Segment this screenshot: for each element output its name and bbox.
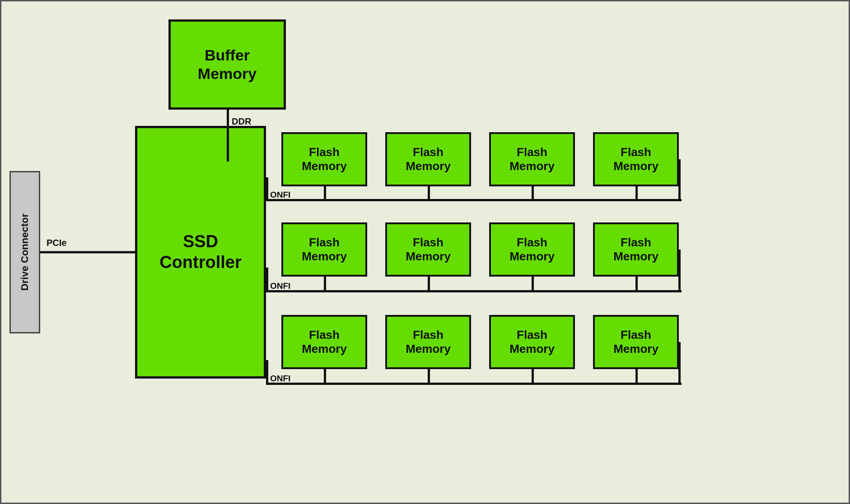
- onfi-bus-line-row2: [266, 290, 682, 292]
- onfi-vertical-r2: [266, 268, 268, 292]
- buffer-memory: BufferMemory: [168, 19, 286, 110]
- flash-memory-r1c4: FlashMemory: [593, 132, 679, 186]
- flash-label-r2c2: FlashMemory: [406, 236, 451, 264]
- flash-drop-r1c3: [532, 186, 534, 201]
- onfi-vertical-r1: [266, 177, 268, 201]
- flash-memory-r2c3: FlashMemory: [489, 222, 575, 277]
- onfi-label-r3: ONFI: [270, 374, 290, 384]
- flash-drop-r1c1: [324, 186, 326, 201]
- ddr-label: DDR: [232, 116, 251, 127]
- flash-memory-r2c2: FlashMemory: [385, 222, 471, 277]
- flash-label-r2c4: FlashMemory: [613, 236, 659, 264]
- flash-label-r3c2: FlashMemory: [406, 328, 451, 356]
- flash-drop-r3c3: [532, 369, 534, 384]
- flash-drop-r3c1: [324, 369, 326, 384]
- flash-drop-r2c4: [635, 277, 638, 292]
- flash-label-r1c3: FlashMemory: [509, 145, 555, 173]
- flash-drop-r1c2: [428, 186, 430, 201]
- ssd-controller-label: SSDController: [159, 231, 242, 273]
- buffer-memory-label: BufferMemory: [198, 46, 257, 83]
- onfi-vertical-r3: [266, 360, 268, 385]
- flash-drop-r2c2: [428, 277, 430, 292]
- ssd-controller: SSDController: [135, 126, 266, 379]
- flash-drop-r3c4: [635, 369, 638, 384]
- onfi-label-r2: ONFI: [270, 281, 290, 291]
- flash-memory-r2c1: FlashMemory: [281, 222, 367, 277]
- drive-connector: Drive Connector: [9, 171, 40, 333]
- onfi-bus-line-row1: [266, 199, 682, 201]
- flash-memory-r1c3: FlashMemory: [489, 132, 575, 186]
- flash-memory-r1c1: FlashMemory: [281, 132, 367, 186]
- flash-label-r1c2: FlashMemory: [406, 145, 451, 173]
- flash-memory-r3c2: FlashMemory: [385, 315, 471, 369]
- flash-memory-r1c2: FlashMemory: [385, 132, 471, 186]
- flash-label-r3c1: FlashMemory: [302, 328, 347, 356]
- flash-drop-r3c2: [428, 369, 430, 384]
- flash-label-r1c4: FlashMemory: [613, 145, 659, 173]
- flash-label-r3c3: FlashMemory: [509, 328, 555, 356]
- onfi-bus-line-row3: [266, 383, 682, 385]
- onfi-label-r1: ONFI: [270, 190, 290, 200]
- flash-memory-r3c3: FlashMemory: [489, 315, 575, 369]
- pcie-line: [40, 251, 135, 253]
- flash-drop-r1c4: [635, 186, 638, 201]
- diagram-container: Drive Connector PCIe SSDController Buffe…: [0, 0, 850, 504]
- ddr-line: [227, 110, 229, 162]
- flash-drop-r2c1: [324, 277, 326, 292]
- flash-drop-r2c3: [532, 277, 534, 292]
- drive-connector-label: Drive Connector: [19, 213, 31, 291]
- flash-label-r1c1: FlashMemory: [302, 145, 347, 173]
- flash-label-r2c3: FlashMemory: [509, 236, 555, 264]
- flash-label-r2c1: FlashMemory: [302, 236, 347, 264]
- flash-memory-r3c4: FlashMemory: [593, 315, 679, 369]
- flash-memory-r2c4: FlashMemory: [593, 222, 679, 277]
- pcie-label: PCIe: [47, 238, 66, 248]
- flash-label-r3c4: FlashMemory: [613, 328, 659, 356]
- flash-memory-r3c1: FlashMemory: [281, 315, 367, 369]
